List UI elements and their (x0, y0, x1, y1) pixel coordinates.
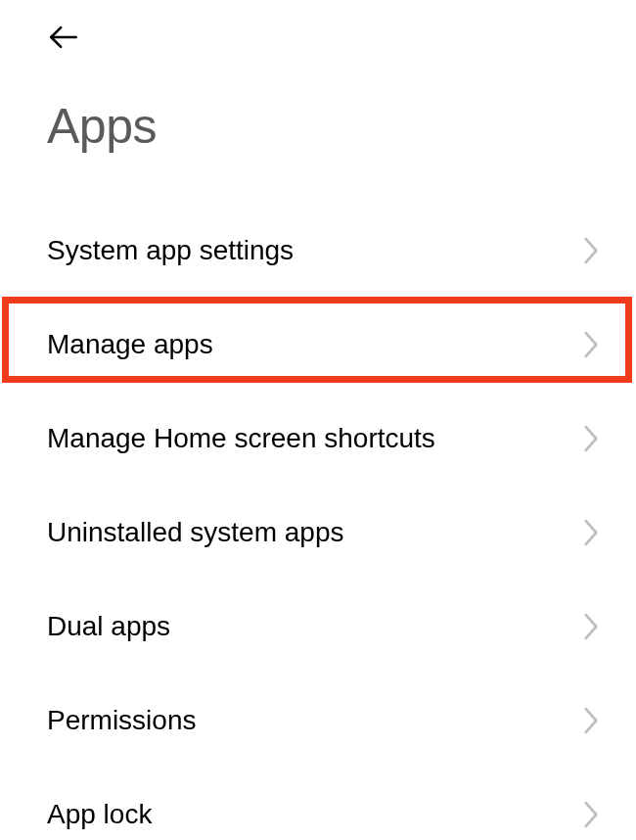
chevron-right-icon (583, 518, 599, 547)
chevron-right-icon (583, 706, 599, 735)
list-item-uninstalled-system-apps[interactable]: Uninstalled system apps (47, 486, 607, 580)
list-item-label: Manage apps (47, 329, 213, 360)
list-item-label: App lock (47, 799, 152, 830)
list-item-system-app-settings[interactable]: System app settings (47, 204, 607, 298)
list-item-label: Uninstalled system apps (47, 517, 343, 548)
list-item-permissions[interactable]: Permissions (47, 674, 607, 768)
chevron-right-icon (583, 424, 599, 453)
list-item-label: Dual apps (47, 611, 170, 642)
list-item-manage-apps[interactable]: Manage apps (47, 298, 607, 392)
arrow-left-icon (47, 21, 80, 58)
chevron-right-icon (583, 330, 599, 359)
list-item-dual-apps[interactable]: Dual apps (47, 580, 607, 674)
list-item-label: Manage Home screen shortcuts (47, 423, 435, 454)
chevron-right-icon (583, 236, 599, 265)
list-item-manage-home-screen-shortcuts[interactable]: Manage Home screen shortcuts (47, 392, 607, 486)
list-item-label: Permissions (47, 705, 196, 736)
chevron-right-icon (583, 612, 599, 641)
settings-list: System app settings Manage apps Manage H… (47, 204, 607, 840)
back-button[interactable] (47, 20, 86, 59)
list-item-app-lock[interactable]: App lock (47, 768, 607, 840)
page-title: Apps (47, 98, 607, 155)
chevron-right-icon (583, 800, 599, 829)
list-item-label: System app settings (47, 235, 294, 266)
